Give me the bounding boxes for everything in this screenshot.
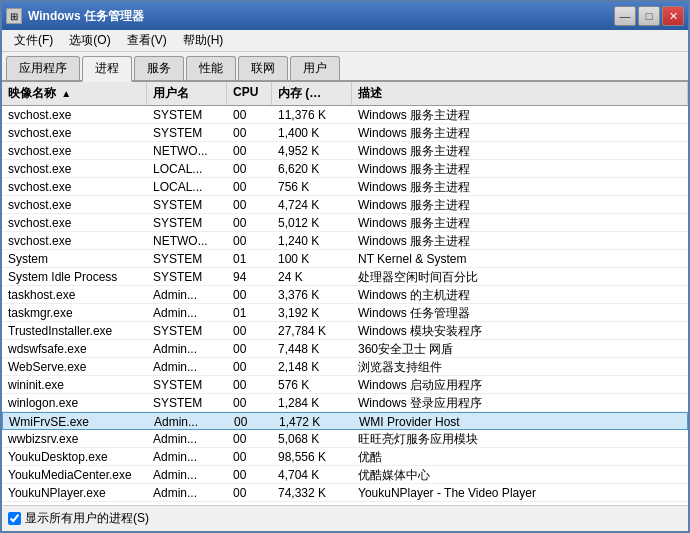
mem-cell: 1,472 K xyxy=(273,413,353,429)
col-header-mem[interactable]: 内存 (… xyxy=(272,82,352,105)
desc-cell: Windows 服务主进程 xyxy=(352,124,688,141)
table-row[interactable]: taskmgr.exeAdmin...013,192 KWindows 任务管理… xyxy=(2,304,688,322)
user-cell: Admin... xyxy=(147,466,227,483)
desc-cell: Windows 任务管理器 xyxy=(352,304,688,321)
desc-cell: Windows 启动应用程序 xyxy=(352,376,688,393)
table-row[interactable]: svchost.exeSYSTEM004,724 KWindows 服务主进程 xyxy=(2,196,688,214)
menu-help[interactable]: 帮助(H) xyxy=(175,30,232,51)
tab-performance[interactable]: 性能 xyxy=(186,56,236,80)
mem-cell: 100 K xyxy=(272,250,352,267)
user-cell: LOCAL... xyxy=(147,160,227,177)
process-name-cell: System xyxy=(2,250,147,267)
table-row[interactable]: TrustedInstaller.exeSYSTEM0027,784 KWind… xyxy=(2,322,688,340)
table-row[interactable]: svchost.exeSYSTEM0011,376 KWindows 服务主进程 xyxy=(2,106,688,124)
mem-cell: 756 K xyxy=(272,178,352,195)
table-row[interactable]: svchost.exeNETWO...004,952 KWindows 服务主进… xyxy=(2,142,688,160)
tab-bar: 应用程序 进程 服务 性能 联网 用户 xyxy=(2,52,688,82)
mem-cell: 2,148 K xyxy=(272,358,352,375)
table-row[interactable]: WebServe.exeAdmin...002,148 K浏览器支持组件 xyxy=(2,358,688,376)
desc-cell: 360安全卫士 网盾 xyxy=(352,340,688,357)
tab-services[interactable]: 服务 xyxy=(134,56,184,80)
show-all-checkbox-input[interactable] xyxy=(8,512,21,525)
desc-cell: Windows 服务主进程 xyxy=(352,214,688,231)
maximize-button[interactable]: □ xyxy=(638,6,660,26)
menu-file[interactable]: 文件(F) xyxy=(6,30,61,51)
sort-arrow-icon: ▲ xyxy=(61,88,71,99)
user-cell: SYSTEM xyxy=(147,214,227,231)
user-cell: Admin... xyxy=(147,430,227,447)
process-name-cell: svchost.exe xyxy=(2,214,147,231)
cpu-cell: 94 xyxy=(227,268,272,285)
menu-options[interactable]: 选项(O) xyxy=(61,30,118,51)
col-header-name[interactable]: 映像名称 ▲ xyxy=(2,82,147,105)
desc-cell: 优酷媒体中心 xyxy=(352,466,688,483)
cpu-cell: 01 xyxy=(227,250,272,267)
table-row[interactable]: svchost.exeSYSTEM001,400 KWindows 服务主进程 xyxy=(2,124,688,142)
cpu-cell: 00 xyxy=(227,196,272,213)
table-row[interactable]: svchost.exeSYSTEM005,012 KWindows 服务主进程 xyxy=(2,214,688,232)
main-window: ⊞ Windows 任务管理器 — □ ✕ 文件(F) 选项(O) 查看(V) … xyxy=(0,0,690,533)
process-name-cell: svchost.exe xyxy=(2,196,147,213)
table-row[interactable]: SystemSYSTEM01100 KNT Kernel & System xyxy=(2,250,688,268)
desc-cell: Windows 模块安装程序 xyxy=(352,322,688,339)
tab-applications[interactable]: 应用程序 xyxy=(6,56,80,80)
process-name-cell: svchost.exe xyxy=(2,142,147,159)
mem-cell: 576 K xyxy=(272,376,352,393)
minimize-button[interactable]: — xyxy=(614,6,636,26)
tab-users[interactable]: 用户 xyxy=(290,56,340,80)
table-row[interactable]: svchost.exeNETWO...001,240 KWindows 服务主进… xyxy=(2,232,688,250)
show-all-label: 显示所有用户的进程(S) xyxy=(25,510,149,527)
table-row[interactable]: WmiFrvSE.exeAdmin...001,472 KWMI Provide… xyxy=(2,412,688,430)
mem-cell: 6,620 K xyxy=(272,160,352,177)
user-cell: SYSTEM xyxy=(147,106,227,123)
process-name-cell: YoukuNPlayer.exe xyxy=(2,484,147,501)
cpu-cell: 00 xyxy=(227,286,272,303)
menu-bar: 文件(F) 选项(O) 查看(V) 帮助(H) xyxy=(2,30,688,52)
process-name-cell: wininit.exe xyxy=(2,376,147,393)
table-row[interactable]: YoukuNPlayer.exeAdmin...0074,332 KYoukuN… xyxy=(2,484,688,502)
cpu-cell: 00 xyxy=(227,358,272,375)
tab-networking[interactable]: 联网 xyxy=(238,56,288,80)
table-body[interactable]: svchost.exeSYSTEM0011,376 KWindows 服务主进程… xyxy=(2,106,688,505)
desc-cell: Windows 服务主进程 xyxy=(352,106,688,123)
table-row[interactable]: svchost.exeLOCAL...00756 KWindows 服务主进程 xyxy=(2,178,688,196)
user-cell: SYSTEM xyxy=(147,250,227,267)
table-row[interactable]: wininit.exeSYSTEM00576 KWindows 启动应用程序 xyxy=(2,376,688,394)
mem-cell: 27,784 K xyxy=(272,322,352,339)
col-header-desc[interactable]: 描述 xyxy=(352,82,688,105)
window-controls: — □ ✕ xyxy=(614,6,684,26)
table-row[interactable]: YoukuDesktop.exeAdmin...0098,556 K优酷 xyxy=(2,448,688,466)
user-cell: Admin... xyxy=(147,304,227,321)
table-row[interactable]: System Idle ProcessSYSTEM9424 K处理器空闲时间百分… xyxy=(2,268,688,286)
desc-cell: Windows 的主机进程 xyxy=(352,286,688,303)
menu-view[interactable]: 查看(V) xyxy=(119,30,175,51)
cpu-cell: 00 xyxy=(227,322,272,339)
show-all-users-checkbox[interactable]: 显示所有用户的进程(S) xyxy=(8,510,149,527)
process-table: 映像名称 ▲ 用户名 CPU 内存 (… 描述 svchost.exeSYSTE… xyxy=(2,82,688,505)
user-cell: SYSTEM xyxy=(147,124,227,141)
table-row[interactable]: wdswfsafe.exeAdmin...007,448 K360安全卫士 网盾 xyxy=(2,340,688,358)
cpu-cell: 00 xyxy=(228,413,273,429)
window-icon: ⊞ xyxy=(6,8,22,24)
process-name-cell: taskhost.exe xyxy=(2,286,147,303)
table-row[interactable]: taskhost.exeAdmin...003,376 KWindows 的主机… xyxy=(2,286,688,304)
mem-cell: 98,556 K xyxy=(272,448,352,465)
close-button[interactable]: ✕ xyxy=(662,6,684,26)
col-header-cpu[interactable]: CPU xyxy=(227,82,272,105)
process-name-cell: System Idle Process xyxy=(2,268,147,285)
mem-cell: 4,704 K xyxy=(272,466,352,483)
table-row[interactable]: wwbizsrv.exeAdmin...005,068 K旺旺亮灯服务应用模块 xyxy=(2,430,688,448)
user-cell: SYSTEM xyxy=(147,394,227,411)
user-cell: Admin... xyxy=(147,484,227,501)
table-row[interactable]: winlogon.exeSYSTEM001,284 KWindows 登录应用程… xyxy=(2,394,688,412)
tab-processes[interactable]: 进程 xyxy=(82,56,132,82)
table-row[interactable]: YoukuMediaCenter.exeAdmin...004,704 K优酷媒… xyxy=(2,466,688,484)
table-row[interactable]: svchost.exeLOCAL...006,620 KWindows 服务主进… xyxy=(2,160,688,178)
user-cell: SYSTEM xyxy=(147,268,227,285)
user-cell: NETWO... xyxy=(147,142,227,159)
process-name-cell: svchost.exe xyxy=(2,106,147,123)
process-name-cell: taskmgr.exe xyxy=(2,304,147,321)
col-header-user[interactable]: 用户名 xyxy=(147,82,227,105)
mem-cell: 4,724 K xyxy=(272,196,352,213)
user-cell: NETWO... xyxy=(147,232,227,249)
